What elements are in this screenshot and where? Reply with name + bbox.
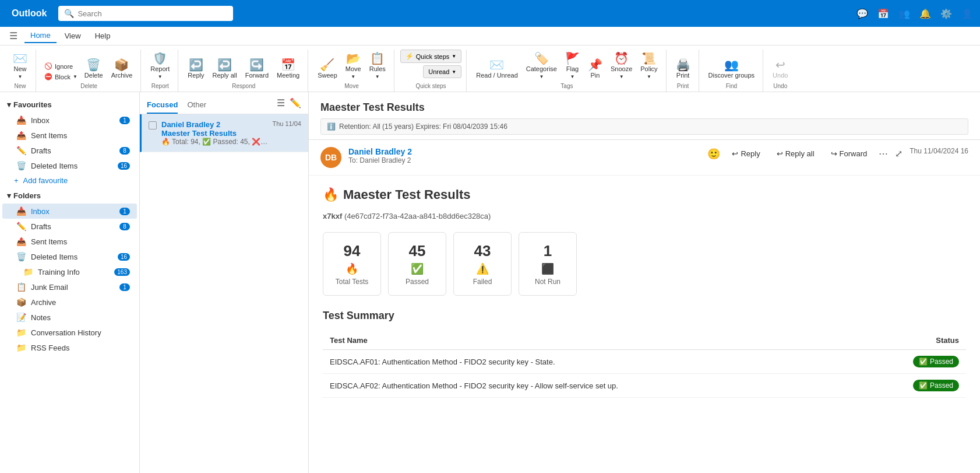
search-icon: 🔍 [64, 9, 74, 18]
reply-all-action-button[interactable]: ↩ Reply all [772, 147, 819, 160]
forward-action-button[interactable]: ↪ Forward [826, 147, 872, 160]
ribbon-group-respond: ↩️ Reply ↩️ Reply all ↪️ Forward 📅 Meeti… [179, 50, 308, 92]
menu-bar: ☰ Home View Help [0, 27, 980, 45]
filter-icon[interactable]: ☰ [277, 97, 285, 108]
reply-all-icon: ↩ [777, 149, 783, 158]
sidebar-item-drafts[interactable]: ✏️ Drafts 8 [2, 143, 137, 158]
pin-button[interactable]: 📌 Pin [584, 57, 606, 82]
plus-icon: + [14, 176, 19, 185]
menu-help[interactable]: Help [89, 29, 117, 43]
test-name-2: EIDSCA.AF02: Authentication Method - FID… [323, 374, 859, 398]
email-from: Daniel Bradley 2 [348, 147, 700, 156]
test-name-1: EIDSCA.AF01: Authentication Method - FID… [323, 350, 859, 374]
stats-grid: 94 🔥 Total Tests 45 ✅ Passed 43 ⚠️ Faile… [323, 232, 966, 296]
more-options-icon[interactable]: ⋯ [879, 148, 888, 159]
junk-icon: 📋 [16, 282, 26, 292]
archive-button[interactable]: 📦 Archive [108, 57, 136, 82]
meeting-button[interactable]: 📅 Meeting [273, 57, 303, 82]
test-name-header: Test Name [323, 331, 859, 350]
email-list: Focused Other ☰ ✏️ Daniel Bradley 2 Maes… [140, 92, 309, 473]
reply-all-button[interactable]: ↩️ Reply all [209, 57, 240, 82]
flag-button[interactable]: 🚩 Flag ▼ [562, 50, 583, 82]
stat-failed: 43 ⚠️ Failed [453, 232, 512, 296]
expand-icon[interactable]: ⤢ [895, 148, 903, 159]
print-button[interactable]: 🖨️ Print [672, 57, 694, 82]
forward-icon: ↪ [831, 149, 837, 158]
emoji-react-icon[interactable]: 🙂 [707, 148, 720, 160]
reply-action-button[interactable]: ↩ Reply [727, 147, 764, 160]
bell-icon[interactable]: 🔔 [919, 8, 931, 19]
sidebar-item-conv-history[interactable]: 📁 Conversation History [2, 325, 137, 340]
search-input[interactable] [77, 9, 227, 18]
tab-other[interactable]: Other [187, 97, 206, 114]
notrun-icon: ⬛ [541, 262, 554, 275]
email-checkbox[interactable] [149, 121, 157, 129]
passed-icon: ✅ [411, 262, 424, 275]
email-item[interactable]: Daniel Bradley 2 Maester Test Results 🔥 … [140, 114, 308, 152]
hamburger-button[interactable]: ☰ [5, 28, 22, 44]
sidebar-item-training[interactable]: 📁 Training Info 163 [2, 264, 137, 279]
test-row-1: EIDSCA.AF01: Authentication Method - FID… [323, 350, 966, 374]
folders-header[interactable]: ▾ Folders [0, 188, 139, 204]
conv-history-icon: 📁 [16, 328, 26, 337]
chat-icon[interactable]: 💬 [856, 8, 868, 19]
sweep-button[interactable]: 🧹 Sweep [314, 57, 341, 82]
discover-groups-button[interactable]: 👥 Discover groups [705, 57, 758, 82]
ribbon-group-find: 👥 Discover groups Find [700, 50, 763, 92]
email-viewer-header: Maester Test Results ℹ️ Retention: All (… [309, 92, 980, 140]
reply-button[interactable]: ↩️ Reply [184, 57, 207, 82]
stat-total: 94 🔥 Total Tests [323, 232, 381, 296]
quick-steps-button[interactable]: ⚡ Quick steps ▼ [400, 50, 461, 63]
sidebar-item-folder-drafts[interactable]: ✏️ Drafts 8 [2, 219, 137, 234]
gear-icon[interactable]: ⚙️ [940, 8, 952, 19]
read-unread-button[interactable]: ✉️ Read / Unread [473, 57, 521, 82]
favourites-header[interactable]: ▾ Favourites [0, 97, 139, 113]
policy-button[interactable]: 📜 Policy ▼ [637, 50, 661, 82]
test-status-2: ✅ Passed [859, 374, 966, 398]
rules-button[interactable]: 📋 Rules ▼ [366, 50, 389, 82]
sidebar-item-notes[interactable]: 📝 Notes [2, 310, 137, 325]
ignore-button[interactable]: 🚫 Ignore [42, 61, 80, 71]
compose-icon[interactable]: ✏️ [290, 97, 301, 108]
sidebar-item-folder-sent[interactable]: 📤 Sent Items [2, 234, 137, 249]
delete-button[interactable]: 🗑️ Delete [81, 57, 107, 82]
chevron-down-icon-2: ▾ [7, 191, 11, 200]
main-layout: ▾ Favourites 📥 Inbox 1 📤 Sent Items ✏️ D… [0, 92, 980, 473]
unread-button[interactable]: Unread ▼ [423, 65, 461, 78]
email-to: To: Daniel Bradley 2 [348, 156, 700, 164]
sidebar-item-folder-deleted[interactable]: 🗑️ Deleted Items 16 [2, 249, 137, 264]
calendar-icon[interactable]: 📅 [877, 8, 889, 19]
person-icon[interactable]: 👤 [961, 8, 973, 19]
ribbon-group-new: ✉️ New ▼ New [5, 50, 36, 92]
app-logo: Outlook [7, 6, 51, 21]
email-list-tabs: Focused Other ☰ ✏️ [140, 92, 308, 114]
sidebar-item-folder-inbox[interactable]: 📥 Inbox 1 [2, 204, 137, 219]
sidebar-item-deleted[interactable]: 🗑️ Deleted Items 16 [2, 158, 137, 173]
sidebar-item-archive[interactable]: 📦 Archive [2, 295, 137, 310]
undo-button[interactable]: ↩ Undo [769, 57, 791, 82]
contacts-icon[interactable]: 👥 [898, 8, 910, 19]
block-button[interactable]: ⛔ Block ▼ [42, 72, 80, 82]
email-sender: Daniel Bradley 2 [161, 120, 267, 129]
sidebar-item-junk[interactable]: 📋 Junk Email 1 [2, 279, 137, 295]
inbox-icon: 📥 [16, 115, 26, 125]
menu-home[interactable]: Home [24, 29, 57, 43]
report-button[interactable]: 🛡️ Report ▼ [147, 50, 173, 82]
sidebar-item-sent[interactable]: 📤 Sent Items [2, 128, 137, 143]
categorise-button[interactable]: 🏷️ Categorise ▼ [523, 50, 560, 82]
sidebar-item-inbox[interactable]: 📥 Inbox 1 [2, 113, 137, 128]
ribbon-group-quicksteps: ⚡ Quick steps ▼ Unread ▼ Quick steps [396, 50, 467, 92]
status-badge-passed-2: ✅ Passed [913, 380, 959, 391]
forward-button[interactable]: ↪️ Forward [242, 57, 272, 82]
snooze-button[interactable]: ⏰ Snooze ▼ [607, 50, 636, 82]
add-favourite-link[interactable]: + Add favourite [0, 173, 139, 188]
move-button[interactable]: 📂 Move ▼ [342, 50, 365, 82]
sent-icon: 📤 [16, 131, 26, 140]
email-viewer: Maester Test Results ℹ️ Retention: All (… [309, 92, 980, 473]
sidebar-item-rss[interactable]: 📁 RSS Feeds [2, 340, 137, 355]
menu-view[interactable]: View [59, 29, 87, 43]
search-bar[interactable]: 🔍 [58, 6, 233, 21]
new-button[interactable]: ✉️ New ▼ [9, 50, 31, 82]
deleted-icon: 🗑️ [16, 161, 26, 170]
tab-focused[interactable]: Focused [147, 97, 178, 114]
